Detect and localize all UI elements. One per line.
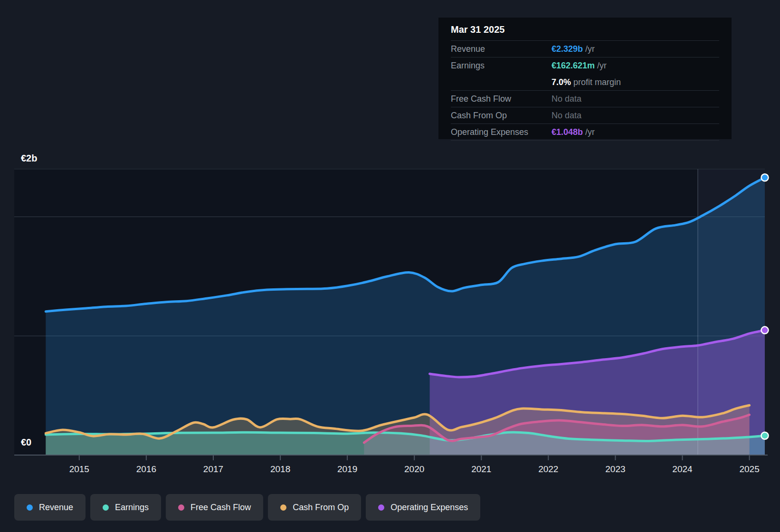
tooltip-value: €2.329b /yr (552, 44, 595, 54)
x-tick-label: 2018 (270, 464, 290, 474)
x-tick-label: 2025 (739, 464, 759, 474)
tooltip-date-title: Mar 31 2025 (451, 18, 719, 41)
tooltip-value: No data (552, 94, 581, 104)
tooltip-label: Revenue (451, 44, 552, 54)
tooltip-label: Free Cash Flow (451, 94, 552, 104)
opex-endpoint-marker (761, 327, 769, 334)
tooltip-row-revenue: Revenue €2.329b /yr (451, 41, 719, 57)
tooltip-row-operating-expenses: Operating Expenses €1.048b /yr (451, 124, 719, 141)
revenue-endpoint-marker (761, 174, 769, 181)
legend-label: Operating Expenses (390, 503, 468, 513)
cash-from-op-dot-icon (280, 504, 286, 511)
earnings-dot-icon (103, 504, 109, 511)
chart-canvas: { "colors": { "revenue": "#2e9cf4", "ear… (0, 0, 780, 532)
tooltip-row-profit-margin: 7.0% profit margin (451, 74, 719, 91)
free-cash-flow-dot-icon (178, 504, 184, 511)
legend-item-earnings[interactable]: Earnings (90, 494, 161, 521)
tooltip-row-free-cash-flow: Free Cash Flow No data (451, 91, 719, 107)
x-tick-label: 2021 (471, 464, 491, 474)
tooltip-label: Earnings (451, 61, 552, 71)
legend-label: Cash From Op (293, 503, 349, 513)
legend-label: Free Cash Flow (190, 503, 251, 513)
legend-item-revenue[interactable]: Revenue (14, 494, 86, 521)
tooltip-value: €1.048b /yr (552, 127, 595, 137)
tooltip-label: Operating Expenses (451, 127, 552, 137)
tooltip-row-cash-from-op: Cash From Op No data (451, 107, 719, 124)
revenue-dot-icon (27, 504, 33, 511)
tooltip-label: Cash From Op (451, 111, 552, 121)
x-tick-label: 2016 (136, 464, 156, 474)
tooltip-card: Mar 31 2025 Revenue €2.329b /yr Earnings… (438, 18, 732, 139)
earnings-endpoint-marker (761, 432, 769, 439)
legend: Revenue Earnings Free Cash Flow Cash Fro… (14, 494, 480, 521)
tooltip-value: No data (552, 111, 581, 121)
x-tick-label: 2017 (203, 464, 223, 474)
legend-item-operating-expenses[interactable]: Operating Expenses (366, 494, 480, 521)
x-tick-label: 2023 (605, 464, 625, 474)
x-tick-label: 2019 (337, 464, 357, 474)
y-tick-label: €0 (21, 437, 31, 447)
tooltip-row-earnings: Earnings €162.621m /yr (451, 57, 719, 74)
x-tick-label: 2022 (538, 464, 558, 474)
y-tick-label: €2b (21, 153, 37, 163)
legend-item-free-cash-flow[interactable]: Free Cash Flow (166, 494, 263, 521)
x-tick-label: 2015 (69, 464, 89, 474)
legend-item-cash-from-op[interactable]: Cash From Op (268, 494, 361, 521)
x-tick-label: 2020 (404, 464, 424, 474)
tooltip-value: 7.0% profit margin (552, 77, 621, 87)
tooltip-value: €162.621m /yr (552, 61, 607, 71)
operating-expenses-dot-icon (378, 504, 384, 511)
legend-label: Earnings (115, 503, 149, 513)
x-tick-label: 2024 (672, 464, 693, 474)
legend-label: Revenue (39, 503, 73, 513)
